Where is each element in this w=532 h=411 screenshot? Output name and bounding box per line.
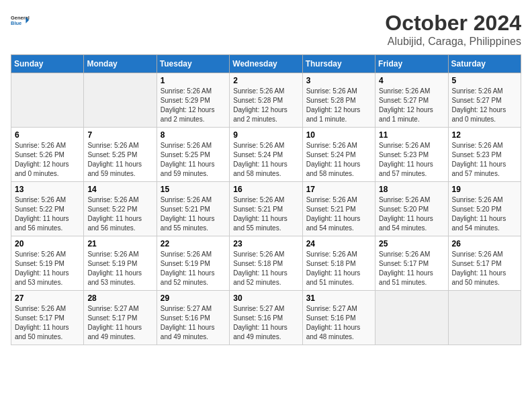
- day-number: 26: [452, 239, 517, 248]
- calendar-cell: 12Sunrise: 5:26 AM Sunset: 5:23 PM Dayli…: [448, 128, 521, 182]
- day-number: 25: [379, 239, 444, 248]
- calendar-cell: 17Sunrise: 5:26 AM Sunset: 5:21 PM Dayli…: [302, 182, 375, 236]
- day-number: 27: [15, 293, 80, 303]
- calendar-cell: 1Sunrise: 5:26 AM Sunset: 5:29 PM Daylig…: [157, 73, 229, 128]
- day-number: 21: [87, 239, 152, 248]
- day-number: 4: [379, 76, 444, 85]
- day-info: Sunrise: 5:26 AM Sunset: 5:27 PM Dayligh…: [379, 87, 444, 124]
- calendar-cell: [11, 73, 84, 128]
- day-number: 5: [452, 76, 517, 85]
- calendar-cell: 3Sunrise: 5:26 AM Sunset: 5:28 PM Daylig…: [302, 73, 375, 128]
- day-number: 13: [15, 185, 80, 194]
- calendar-cell: [375, 291, 448, 345]
- weekday-header-wednesday: Wednesday: [230, 55, 302, 73]
- location-title: Alubijid, Caraga, Philippines: [385, 36, 521, 48]
- day-info: Sunrise: 5:26 AM Sunset: 5:19 PM Dayligh…: [161, 250, 226, 287]
- day-number: 10: [306, 130, 371, 140]
- month-title: October 2024: [385, 11, 521, 36]
- weekday-header-monday: Monday: [84, 55, 157, 73]
- logo: GeneralBlue: [11, 11, 30, 30]
- svg-text:Blue: Blue: [11, 20, 21, 26]
- day-number: 19: [452, 185, 517, 194]
- calendar-cell: 30Sunrise: 5:27 AM Sunset: 5:16 PM Dayli…: [230, 291, 302, 345]
- calendar-cell: 27Sunrise: 5:26 AM Sunset: 5:17 PM Dayli…: [11, 291, 84, 345]
- calendar-cell: 24Sunrise: 5:26 AM Sunset: 5:18 PM Dayli…: [302, 236, 375, 291]
- day-info: Sunrise: 5:26 AM Sunset: 5:28 PM Dayligh…: [233, 87, 298, 124]
- day-number: 24: [306, 239, 371, 248]
- calendar-cell: 14Sunrise: 5:26 AM Sunset: 5:22 PM Dayli…: [84, 182, 157, 236]
- day-number: 23: [233, 239, 298, 248]
- calendar-cell: 6Sunrise: 5:26 AM Sunset: 5:26 PM Daylig…: [11, 128, 84, 182]
- title-area: October 2024 Alubijid, Caraga, Philippin…: [385, 11, 521, 48]
- day-info: Sunrise: 5:26 AM Sunset: 5:20 PM Dayligh…: [452, 195, 517, 233]
- day-number: 14: [87, 185, 152, 194]
- day-info: Sunrise: 5:26 AM Sunset: 5:17 PM Dayligh…: [379, 250, 444, 287]
- calendar-week-row: 6Sunrise: 5:26 AM Sunset: 5:26 PM Daylig…: [11, 128, 521, 182]
- weekday-header-row: SundayMondayTuesdayWednesdayThursdayFrid…: [11, 55, 521, 73]
- day-info: Sunrise: 5:27 AM Sunset: 5:16 PM Dayligh…: [233, 304, 298, 342]
- weekday-header-friday: Friday: [375, 55, 448, 73]
- weekday-header-sunday: Sunday: [11, 55, 84, 73]
- calendar-cell: 26Sunrise: 5:26 AM Sunset: 5:17 PM Dayli…: [448, 236, 521, 291]
- calendar-week-row: 1Sunrise: 5:26 AM Sunset: 5:29 PM Daylig…: [11, 73, 521, 128]
- calendar-cell: 15Sunrise: 5:26 AM Sunset: 5:21 PM Dayli…: [157, 182, 229, 236]
- calendar-cell: 4Sunrise: 5:26 AM Sunset: 5:27 PM Daylig…: [375, 73, 448, 128]
- day-number: 1: [161, 76, 226, 85]
- day-number: 17: [306, 185, 371, 194]
- weekday-header-thursday: Thursday: [302, 55, 375, 73]
- day-number: 29: [161, 293, 226, 303]
- calendar-cell: 23Sunrise: 5:26 AM Sunset: 5:18 PM Dayli…: [230, 236, 302, 291]
- day-info: Sunrise: 5:27 AM Sunset: 5:16 PM Dayligh…: [306, 304, 371, 342]
- day-number: 28: [87, 293, 152, 303]
- calendar-table: SundayMondayTuesdayWednesdayThursdayFrid…: [11, 54, 521, 345]
- weekday-header-tuesday: Tuesday: [157, 55, 229, 73]
- day-info: Sunrise: 5:26 AM Sunset: 5:26 PM Dayligh…: [15, 141, 80, 179]
- day-info: Sunrise: 5:26 AM Sunset: 5:19 PM Dayligh…: [15, 250, 80, 287]
- day-info: Sunrise: 5:26 AM Sunset: 5:17 PM Dayligh…: [15, 304, 80, 342]
- day-number: 31: [306, 293, 371, 303]
- day-info: Sunrise: 5:26 AM Sunset: 5:21 PM Dayligh…: [233, 195, 298, 233]
- calendar-cell: 8Sunrise: 5:26 AM Sunset: 5:25 PM Daylig…: [157, 128, 229, 182]
- day-info: Sunrise: 5:26 AM Sunset: 5:23 PM Dayligh…: [452, 141, 517, 179]
- day-info: Sunrise: 5:26 AM Sunset: 5:25 PM Dayligh…: [87, 141, 152, 179]
- day-number: 9: [233, 130, 298, 140]
- calendar-week-row: 13Sunrise: 5:26 AM Sunset: 5:22 PM Dayli…: [11, 182, 521, 236]
- calendar-cell: 16Sunrise: 5:26 AM Sunset: 5:21 PM Dayli…: [230, 182, 302, 236]
- day-number: 8: [161, 130, 226, 140]
- day-info: Sunrise: 5:26 AM Sunset: 5:21 PM Dayligh…: [161, 195, 226, 233]
- day-number: 30: [233, 293, 298, 303]
- calendar-cell: 11Sunrise: 5:26 AM Sunset: 5:23 PM Dayli…: [375, 128, 448, 182]
- day-number: 22: [161, 239, 226, 248]
- calendar-cell: 29Sunrise: 5:27 AM Sunset: 5:16 PM Dayli…: [157, 291, 229, 345]
- day-number: 20: [15, 239, 80, 248]
- calendar-week-row: 27Sunrise: 5:26 AM Sunset: 5:17 PM Dayli…: [11, 291, 521, 345]
- calendar-cell: 13Sunrise: 5:26 AM Sunset: 5:22 PM Dayli…: [11, 182, 84, 236]
- day-info: Sunrise: 5:26 AM Sunset: 5:18 PM Dayligh…: [306, 250, 371, 287]
- calendar-cell: 20Sunrise: 5:26 AM Sunset: 5:19 PM Dayli…: [11, 236, 84, 291]
- calendar-cell: 22Sunrise: 5:26 AM Sunset: 5:19 PM Dayli…: [157, 236, 229, 291]
- day-info: Sunrise: 5:26 AM Sunset: 5:22 PM Dayligh…: [15, 195, 80, 233]
- calendar-cell: 7Sunrise: 5:26 AM Sunset: 5:25 PM Daylig…: [84, 128, 157, 182]
- calendar-cell: 18Sunrise: 5:26 AM Sunset: 5:20 PM Dayli…: [375, 182, 448, 236]
- day-info: Sunrise: 5:27 AM Sunset: 5:16 PM Dayligh…: [161, 304, 226, 342]
- day-info: Sunrise: 5:26 AM Sunset: 5:25 PM Dayligh…: [161, 141, 226, 179]
- day-info: Sunrise: 5:26 AM Sunset: 5:23 PM Dayligh…: [379, 141, 444, 179]
- day-number: 3: [306, 76, 371, 85]
- calendar-cell: 19Sunrise: 5:26 AM Sunset: 5:20 PM Dayli…: [448, 182, 521, 236]
- day-info: Sunrise: 5:26 AM Sunset: 5:19 PM Dayligh…: [87, 250, 152, 287]
- day-info: Sunrise: 5:26 AM Sunset: 5:17 PM Dayligh…: [452, 250, 517, 287]
- day-number: 16: [233, 185, 298, 194]
- day-info: Sunrise: 5:26 AM Sunset: 5:18 PM Dayligh…: [233, 250, 298, 287]
- day-info: Sunrise: 5:26 AM Sunset: 5:24 PM Dayligh…: [233, 141, 298, 179]
- calendar-cell: 31Sunrise: 5:27 AM Sunset: 5:16 PM Dayli…: [302, 291, 375, 345]
- day-info: Sunrise: 5:26 AM Sunset: 5:29 PM Dayligh…: [161, 87, 226, 124]
- calendar-cell: 9Sunrise: 5:26 AM Sunset: 5:24 PM Daylig…: [230, 128, 302, 182]
- day-number: 2: [233, 76, 298, 85]
- day-info: Sunrise: 5:26 AM Sunset: 5:20 PM Dayligh…: [379, 195, 444, 233]
- calendar-cell: 5Sunrise: 5:26 AM Sunset: 5:27 PM Daylig…: [448, 73, 521, 128]
- day-number: 12: [452, 130, 517, 140]
- day-number: 15: [161, 185, 226, 194]
- calendar-cell: 2Sunrise: 5:26 AM Sunset: 5:28 PM Daylig…: [230, 73, 302, 128]
- day-info: Sunrise: 5:27 AM Sunset: 5:17 PM Dayligh…: [87, 304, 152, 342]
- day-info: Sunrise: 5:26 AM Sunset: 5:22 PM Dayligh…: [87, 195, 152, 233]
